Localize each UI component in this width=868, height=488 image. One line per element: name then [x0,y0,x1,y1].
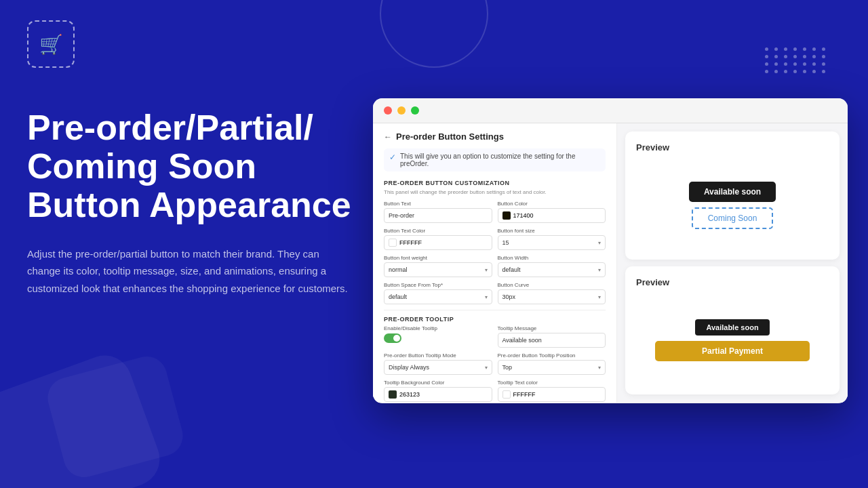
button-width-group: Button Width default ▾ [498,255,606,277]
info-banner: ✓ This will give you an option to custom… [384,148,606,171]
button-font-weight-select[interactable]: normal ▾ [384,262,492,277]
tooltip-bg-color-group: Tooltip Background Color 263123 [384,380,492,402]
hero-section: Pre-order/Partial/Coming SoonButton Appe… [27,108,366,297]
tooltip-toggle[interactable] [384,333,401,343]
button-font-size-select[interactable]: 15 ▾ [498,235,606,250]
button-space-group: Button Space From Top* default ▾ [384,282,492,304]
bg-dots-decoration [765,47,827,73]
panel-title: Pre-order Button Settings [396,131,504,142]
tooltip-bg-color-label: Tooltip Background Color [384,380,492,386]
tooltip-text-swatch [502,390,511,399]
preview-1-buttons: Available soon Coming Soon [636,162,829,249]
preview-available-soon-button[interactable]: Available soon [689,182,776,202]
tooltip-section-title: PRE-ORDER TOOLTIP [384,316,606,323]
settings-panel: ← Pre-order Button Settings ✓ This will … [373,123,617,403]
curve-arrow-icon: ▾ [598,294,601,300]
traffic-light-yellow[interactable] [397,106,406,115]
info-text: This will give you an option to customiz… [400,152,600,167]
bg-shape-left [0,348,167,488]
form-row-space-curve: Button Space From Top* default ▾ Button … [384,282,606,304]
hero-description: Adjust the pre-order/partial button to m… [27,245,353,298]
button-color-label: Button Color [498,201,606,207]
tooltip-position-label: Pre-order Button Tooltip Position [498,352,606,359]
button-color-swatch [502,211,511,220]
preview-card-1: Preview Available soon Coming Soon [625,131,840,260]
preview-partial-payment-button[interactable]: Partial Payment [655,341,809,361]
button-font-weight-label: Button font weight [384,255,492,261]
customization-section-title: PRE-ORDER BUTTON CUSTOMIZATION [384,180,606,186]
button-curve-label: Button Curve [498,282,606,288]
button-text-color-input[interactable]: FFFFFF [384,235,492,250]
info-icon: ✓ [389,152,396,162]
app-logo: 🛒 [27,20,75,68]
button-curve-select[interactable]: 30px ▾ [498,289,606,304]
tooltip-enable-group: Enable/Disable Tooltip [384,325,492,348]
traffic-light-red[interactable] [384,106,392,115]
tooltip-message-input[interactable]: Available soon [498,333,606,348]
customization-section: PRE-ORDER BUTTON CUSTOMIZATION This pane… [384,180,606,304]
tooltip-toggle-container [384,333,492,343]
position-arrow-icon: ▾ [598,365,601,371]
app-window: ← Pre-order Button Settings ✓ This will … [373,98,848,403]
form-row-text-color-size: Button Text Color FFFFFF Button font siz… [384,228,606,250]
customization-section-subtitle: This panel will change the preorder butt… [384,189,606,195]
tooltip-text-color-label: Tooltip Text color [498,380,606,386]
preview-2-available-soon-button[interactable]: Available soon [695,319,769,336]
button-space-select[interactable]: default ▾ [384,289,492,304]
form-row-tooltip-enable-message: Enable/Disable Tooltip Tooltip Message A… [384,325,606,348]
preview-2-label: Preview [636,277,669,287]
tooltip-message-group: Tooltip Message Available soon [498,325,606,348]
preview-1-label: Preview [636,142,669,152]
traffic-light-green[interactable] [411,106,419,115]
back-arrow-icon[interactable]: ← [384,132,392,142]
form-row-button-text-color: Button Text Pre-order Button Color 17140… [384,201,606,223]
preview-card-2: Preview Available soon Partial Payment [625,266,840,394]
form-row-tooltip-mode-position: Pre-order Button Tooltip Mode Display Al… [384,352,606,375]
button-color-group: Button Color 171400 [498,201,606,223]
tooltip-enable-label: Enable/Disable Tooltip [384,325,492,331]
tooltip-text-color-input[interactable]: FFFFFF [498,387,606,402]
mode-arrow-icon: ▾ [485,365,488,371]
button-text-input[interactable]: Pre-order [384,208,492,223]
button-space-label: Button Space From Top* [384,282,492,288]
font-weight-arrow-icon: ▾ [485,267,488,273]
tooltip-mode-label: Pre-order Button Tooltip Mode [384,352,492,359]
window-title-bar [373,98,848,123]
tooltip-bg-color-input[interactable]: 263123 [384,387,492,402]
button-text-color-label: Button Text Color [384,228,492,234]
tooltip-message-label: Tooltip Message [498,325,606,331]
form-row-weight-width: Button font weight normal ▾ Button Width… [384,255,606,277]
button-curve-group: Button Curve 30px ▾ [498,282,606,304]
preview-panels: Preview Available soon Coming Soon Previ… [617,123,848,403]
tooltip-mode-group: Pre-order Button Tooltip Mode Display Al… [384,352,492,375]
button-text-color-group: Button Text Color FFFFFF [384,228,492,250]
button-width-select[interactable]: default ▾ [498,262,606,277]
button-color-input[interactable]: 171400 [498,208,606,223]
window-body: ← Pre-order Button Settings ✓ This will … [373,123,848,403]
font-size-arrow-icon: ▾ [598,240,601,246]
section-divider [384,310,606,310]
panel-header: ← Pre-order Button Settings [384,131,606,142]
tooltip-position-select[interactable]: Top ▾ [498,360,606,375]
form-row-tooltip-colors: Tooltip Background Color 263123 Tooltip … [384,380,606,402]
width-arrow-icon: ▾ [598,267,601,273]
tooltip-text-color-group: Tooltip Text color FFFFFF [498,380,606,402]
button-font-weight-group: Button font weight normal ▾ [384,255,492,277]
space-arrow-icon: ▾ [485,294,488,300]
bg-circle-decoration [380,0,488,68]
button-width-label: Button Width [498,255,606,261]
logo-icon: 🛒 [39,33,63,56]
button-font-size-label: Button font size [498,228,606,234]
tooltip-mode-select[interactable]: Display Always ▾ [384,360,492,375]
tooltip-bg-swatch [389,390,397,399]
button-font-size-group: Button font size 15 ▾ [498,228,606,250]
preview-coming-soon-button[interactable]: Coming Soon [692,207,774,229]
toggle-knob [393,335,400,342]
button-text-label: Button Text [384,201,492,207]
tooltip-section: PRE-ORDER TOOLTIP Enable/Disable Tooltip… [384,316,606,402]
button-text-group: Button Text Pre-order [384,201,492,223]
bg-shape-left2 [43,352,188,481]
button-text-color-swatch [389,239,397,247]
main-heading: Pre-order/Partial/Coming SoonButton Appe… [27,108,366,225]
tooltip-position-group: Pre-order Button Tooltip Position Top ▾ [498,352,606,375]
